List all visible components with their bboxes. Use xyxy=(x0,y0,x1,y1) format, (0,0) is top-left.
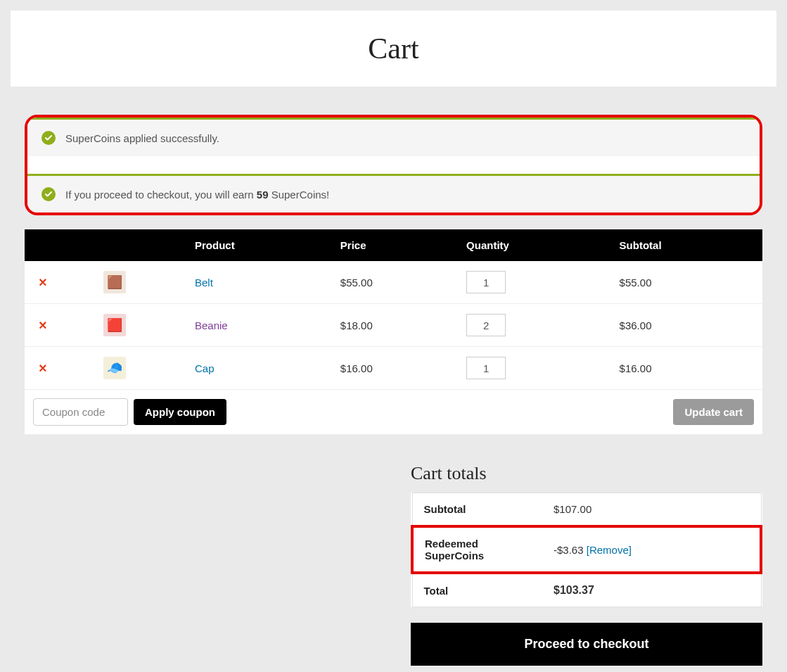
notice-supercoins-applied: SuperCoins applied successfully. xyxy=(27,118,760,156)
subtotal-value: $107.00 xyxy=(542,493,761,527)
remove-redeemed-link[interactable]: [Remove] xyxy=(587,544,632,556)
quantity-input[interactable] xyxy=(466,357,506,379)
totals-subtotal-row: Subtotal $107.00 xyxy=(412,493,761,527)
redeemed-value-cell: -$3.63 [Remove] xyxy=(542,526,761,573)
cart-totals-title: Cart totals xyxy=(411,463,762,484)
notice-earn-amount: 59 xyxy=(257,189,269,201)
col-remove-header xyxy=(25,229,95,261)
product-thumb: 🧢 xyxy=(103,357,126,379)
product-thumb: 🟫 xyxy=(103,271,126,293)
redeemed-label: Redeemed SuperCoins xyxy=(412,526,542,573)
product-thumb: 🟥 xyxy=(103,314,126,336)
notice-earn-suffix: SuperCoins! xyxy=(269,189,330,201)
notice-text: If you proceed to checkout, you will ear… xyxy=(65,189,329,201)
col-price-header: Price xyxy=(332,229,458,261)
col-quantity-header: Quantity xyxy=(458,229,611,261)
table-row: ×🧢Cap$16.00$16.00 xyxy=(25,347,762,390)
product-price: $18.00 xyxy=(332,304,458,347)
col-thumb-header xyxy=(95,229,186,261)
col-product-header: Product xyxy=(186,229,332,261)
totals-table: Subtotal $107.00 Redeemed SuperCoins -$3… xyxy=(411,493,762,607)
totals-redeemed-row: Redeemed SuperCoins -$3.63 [Remove] xyxy=(412,526,761,573)
remove-item-link[interactable]: × xyxy=(33,317,47,333)
cart-table: Product Price Quantity Subtotal ×🟫Belt$5… xyxy=(25,229,762,435)
notice-text: SuperCoins applied successfully. xyxy=(65,132,219,144)
notice-gap xyxy=(27,156,760,174)
subtotal-label: Subtotal xyxy=(412,493,542,527)
totals-total-row: Total $103.37 xyxy=(412,573,761,607)
product-price: $16.00 xyxy=(332,347,458,390)
notice-earn-prefix: If you proceed to checkout, you will ear… xyxy=(65,189,257,201)
coupon-group: Apply coupon xyxy=(33,398,226,426)
total-value: $103.37 xyxy=(542,573,761,607)
page-header: Cart xyxy=(11,11,776,87)
table-row: ×🟫Belt$55.00$55.00 xyxy=(25,261,762,304)
total-label: Total xyxy=(412,573,542,607)
page-title: Cart xyxy=(11,32,776,65)
notices-callout: SuperCoins applied successfully. If you … xyxy=(25,115,762,215)
table-row: ×🟥Beanie$18.00$36.00 xyxy=(25,304,762,347)
quantity-input[interactable] xyxy=(466,271,506,293)
check-icon xyxy=(41,187,56,201)
remove-item-link[interactable]: × xyxy=(33,360,47,376)
product-subtotal: $55.00 xyxy=(611,261,762,304)
product-price: $55.00 xyxy=(332,261,458,304)
product-link[interactable]: Belt xyxy=(195,277,213,289)
notice-earn-supercoins: If you proceed to checkout, you will ear… xyxy=(27,174,760,213)
product-subtotal: $16.00 xyxy=(611,347,762,390)
product-subtotal: $36.00 xyxy=(611,304,762,347)
product-link[interactable]: Cap xyxy=(195,362,215,374)
cart-totals: Cart totals Subtotal $107.00 Redeemed Su… xyxy=(411,463,762,666)
proceed-to-checkout-button[interactable]: Proceed to checkout xyxy=(411,623,762,666)
remove-item-link[interactable]: × xyxy=(33,274,47,290)
product-link[interactable]: Beanie xyxy=(195,319,228,331)
redeemed-value: -$3.63 xyxy=(554,544,584,556)
cart-actions-row: Apply coupon Update cart xyxy=(25,390,762,435)
check-icon xyxy=(41,131,56,145)
update-cart-button[interactable]: Update cart xyxy=(673,399,754,425)
quantity-input[interactable] xyxy=(466,314,506,336)
col-subtotal-header: Subtotal xyxy=(611,229,762,261)
apply-coupon-button[interactable]: Apply coupon xyxy=(134,399,226,425)
coupon-input[interactable] xyxy=(33,398,128,426)
